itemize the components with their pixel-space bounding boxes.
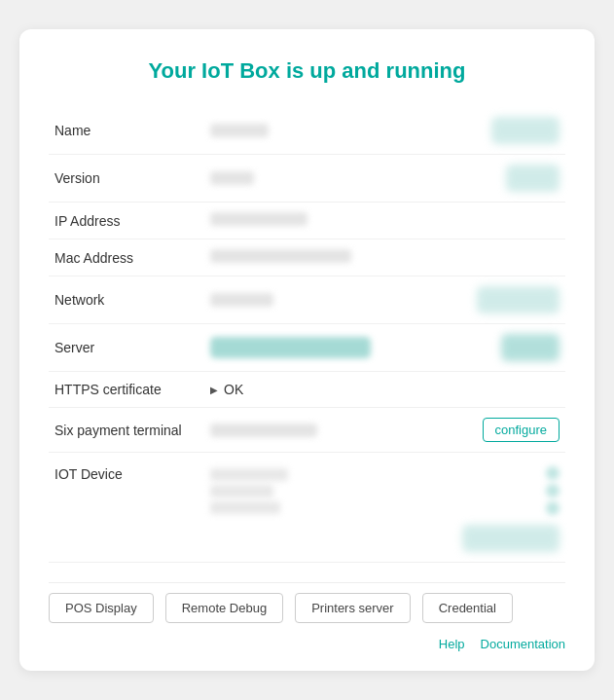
documentation-link[interactable]: Documentation <box>481 637 565 651</box>
server-value <box>204 324 565 372</box>
six-payment-label: Six payment terminal <box>49 408 204 453</box>
ip-address-label: IP Address <box>49 203 204 239</box>
name-value <box>204 107 565 155</box>
credential-button[interactable]: Credential <box>422 593 513 623</box>
version-value <box>204 155 565 203</box>
name-row: Name <box>49 107 565 155</box>
version-row: Version <box>49 155 565 203</box>
page-title: Your IoT Box is up and running <box>49 58 565 84</box>
configure-button[interactable]: configure <box>483 418 560 442</box>
ip-address-value <box>204 203 565 239</box>
network-value <box>204 276 565 324</box>
remote-debug-button[interactable]: Remote Debug <box>165 593 283 623</box>
https-ok-text: OK <box>224 382 243 397</box>
server-label: Server <box>49 324 204 372</box>
mac-address-value <box>204 239 565 276</box>
triangle-icon: ▶ <box>210 385 218 395</box>
network-row: Network <box>49 276 565 324</box>
iot-device-value <box>204 453 565 563</box>
info-table: Name Version IP Address <box>49 107 565 563</box>
https-certificate-label: HTTPS certificate <box>49 372 204 408</box>
mac-address-row: Mac Address <box>49 239 565 276</box>
iot-device-label: IOT Device <box>49 453 204 563</box>
six-payment-row: Six payment terminal configure <box>49 408 565 453</box>
footer-buttons: POS Display Remote Debug Printers server… <box>49 582 565 623</box>
mac-address-label: Mac Address <box>49 239 204 276</box>
six-payment-value: configure <box>204 408 565 453</box>
pos-display-button[interactable]: POS Display <box>49 593 154 623</box>
https-certificate-value: ▶ OK <box>204 372 565 408</box>
server-row: Server <box>49 324 565 372</box>
help-link[interactable]: Help <box>439 637 465 651</box>
name-label: Name <box>49 107 204 155</box>
ip-address-row: IP Address <box>49 203 565 239</box>
footer-links: Help Documentation <box>49 637 565 651</box>
iot-box-card: Your IoT Box is up and running Name Vers… <box>19 29 595 671</box>
iot-device-row: IOT Device <box>49 453 565 563</box>
network-label: Network <box>49 276 204 324</box>
https-certificate-row: HTTPS certificate ▶ OK <box>49 372 565 408</box>
printers-server-button[interactable]: Printers server <box>295 593 411 623</box>
version-label: Version <box>49 155 204 203</box>
